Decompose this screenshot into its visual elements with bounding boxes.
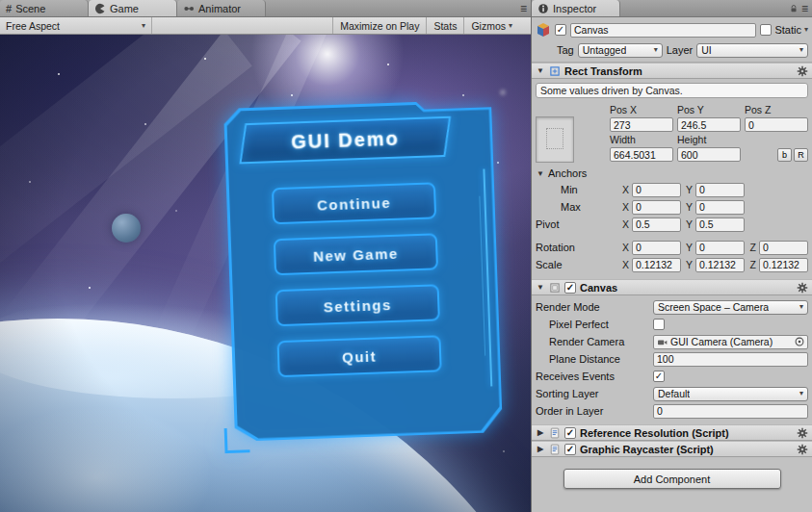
scale-z-field[interactable] xyxy=(759,258,808,272)
continue-button[interactable]: Continue xyxy=(272,182,436,224)
component-menu-button[interactable] xyxy=(797,65,808,77)
pixel-perfect-checkbox[interactable] xyxy=(653,319,665,330)
gameobject-cube-icon[interactable] xyxy=(536,22,551,38)
foldout-icon[interactable]: ▼ xyxy=(536,66,545,75)
reference-resolution-enabled-checkbox[interactable]: ✓ xyxy=(564,427,576,439)
axis-x-label: X xyxy=(620,218,629,230)
gizmos-dropdown[interactable]: Gizmos ▾ xyxy=(463,17,519,34)
tab-animator[interactable]: Animator xyxy=(177,0,266,16)
game-icon xyxy=(94,3,106,14)
graphic-raycaster-enabled-checkbox[interactable]: ✓ xyxy=(564,444,576,455)
axis-y-label: Y xyxy=(684,184,693,195)
rect-transform-header[interactable]: ▼ Rect Transform xyxy=(532,63,812,79)
rect-transform-icon xyxy=(549,65,561,77)
rect-transform-columns: Pos X Pos Y Pos Z Width Height xyxy=(610,104,808,164)
anchors-min-x-field[interactable] xyxy=(632,183,681,197)
graphic-raycaster-header[interactable]: ▶ ✓ Graphic Raycaster (Script) xyxy=(532,441,812,457)
size-buttons: b R xyxy=(745,148,808,162)
canvas-component-body: Render Mode Screen Space – Camera ▾ Pixe… xyxy=(532,295,812,424)
order-in-layer-field[interactable] xyxy=(653,404,808,419)
game-pane: # Scene Game Animator ≡ Free Aspect ▾ xyxy=(0,0,531,512)
rotation-y-field[interactable] xyxy=(695,241,745,255)
receives-events-row: Receives Events ✓ xyxy=(536,369,808,384)
anchors-max-x-field[interactable] xyxy=(632,200,681,215)
width-field[interactable] xyxy=(610,147,673,162)
static-checkbox[interactable] xyxy=(760,24,772,36)
reference-resolution-title: Reference Resolution (Script) xyxy=(580,427,729,439)
pos-z-field[interactable] xyxy=(745,117,808,132)
gear-icon xyxy=(797,427,808,439)
tab-scene[interactable]: # Scene xyxy=(0,0,89,16)
tag-dropdown[interactable]: Untagged ▾ xyxy=(578,43,663,58)
anchors-foldout[interactable]: ▼ Anchors xyxy=(536,166,808,180)
inspector-menu-icon[interactable]: ≡ xyxy=(801,2,808,15)
settings-button[interactable]: Settings xyxy=(275,284,440,326)
inspector-icon xyxy=(537,3,549,14)
component-menu-button[interactable] xyxy=(797,427,808,439)
tab-inspector-label: Inspector xyxy=(553,3,596,14)
rotation-z-field[interactable] xyxy=(759,241,808,255)
tab-game[interactable]: Game xyxy=(89,0,177,16)
check-icon: ✓ xyxy=(566,283,574,293)
raw-edit-mode-button[interactable]: R xyxy=(794,148,808,162)
object-picker-icon[interactable] xyxy=(794,336,805,347)
height-label: Height xyxy=(677,134,741,145)
rotation-x-field[interactable] xyxy=(632,241,681,255)
active-checkbox[interactable]: ✓ xyxy=(555,24,566,36)
chevron-down-icon: ▾ xyxy=(142,22,145,30)
new-game-button[interactable]: New Game xyxy=(274,233,438,275)
render-camera-label: Render Camera xyxy=(536,336,653,347)
maximize-on-play-button[interactable]: Maximize on Play xyxy=(332,17,426,34)
render-mode-label: Render Mode xyxy=(536,301,653,313)
foldout-icon[interactable]: ▶ xyxy=(536,445,545,453)
static-label: Static xyxy=(774,24,801,36)
scale-y-field[interactable] xyxy=(695,258,745,272)
pivot-x-field[interactable] xyxy=(632,218,681,232)
check-icon: ✓ xyxy=(557,25,564,35)
component-menu-button[interactable] xyxy=(797,444,808,455)
axis-z-label: Z xyxy=(747,242,756,253)
render-mode-dropdown[interactable]: Screen Space – Camera ▾ xyxy=(653,300,808,315)
aspect-dropdown[interactable]: Free Aspect ▾ xyxy=(0,17,152,34)
receives-events-checkbox[interactable]: ✓ xyxy=(653,371,665,382)
layer-dropdown[interactable]: UI ▾ xyxy=(696,43,808,58)
anchors-min-y-field[interactable] xyxy=(695,183,745,197)
gameobject-name-field[interactable] xyxy=(570,23,756,38)
stats-button[interactable]: Stats xyxy=(426,17,463,34)
chevron-down-icon: ▾ xyxy=(799,390,803,397)
foldout-icon[interactable]: ▼ xyxy=(536,283,545,292)
quit-label: Quit xyxy=(342,347,378,365)
anchor-preview[interactable] xyxy=(536,116,574,163)
scale-x-field[interactable] xyxy=(632,258,681,272)
static-toggle[interactable]: Static ▾ xyxy=(760,24,808,36)
menu-buttons: Continue New Game Settings Quit xyxy=(226,181,487,379)
blueprint-mode-button[interactable]: b xyxy=(777,148,792,162)
add-component-button[interactable]: Add Component xyxy=(563,469,781,489)
pivot-y-field[interactable] xyxy=(695,218,745,232)
pos-x-field[interactable] xyxy=(610,117,673,132)
plane-distance-field[interactable] xyxy=(653,352,808,367)
pane-menu-icon[interactable]: ≡ xyxy=(520,2,527,15)
scale-label: Scale xyxy=(536,259,617,270)
tab-inspector[interactable]: Inspector xyxy=(532,0,620,16)
tab-game-label: Game xyxy=(110,3,139,14)
component-menu-button[interactable] xyxy=(797,282,808,294)
canvas-enabled-checkbox[interactable]: ✓ xyxy=(564,282,576,294)
pos-x-label: Pos X xyxy=(610,104,673,115)
render-mode-value: Screen Space – Camera xyxy=(658,301,769,313)
inspector-tabbar: Inspector ≡ xyxy=(532,0,812,17)
render-camera-object-field[interactable]: GUI Camera (Camera) xyxy=(653,335,808,349)
anchors-max-y-field[interactable] xyxy=(695,200,745,215)
sorting-layer-dropdown[interactable]: Default ▾ xyxy=(653,387,808,401)
left-tabbar: # Scene Game Animator ≡ xyxy=(0,0,531,17)
lock-icon[interactable] xyxy=(789,4,799,13)
pos-y-field[interactable] xyxy=(677,117,741,132)
foldout-icon[interactable]: ▼ xyxy=(536,169,545,178)
height-field[interactable] xyxy=(677,147,741,162)
canvas-component-header[interactable]: ▼ ✓ Canvas xyxy=(532,279,812,295)
reference-resolution-header[interactable]: ▶ ✓ Reference Resolution (Script) xyxy=(532,424,812,441)
quit-button[interactable]: Quit xyxy=(276,335,441,377)
min-label: Min xyxy=(536,184,617,195)
axis-y-label: Y xyxy=(684,218,693,230)
foldout-icon[interactable]: ▶ xyxy=(536,428,545,437)
